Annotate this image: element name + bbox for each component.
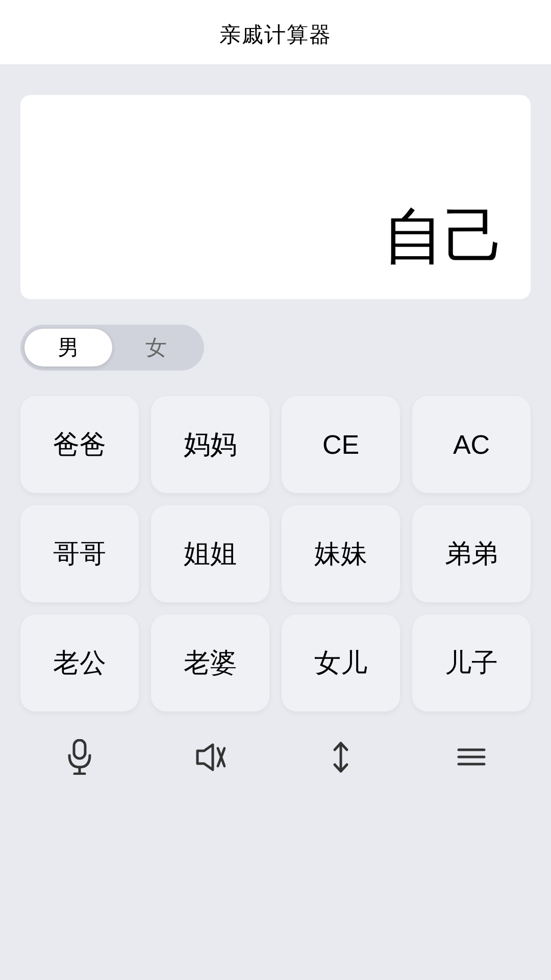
key-laogong[interactable]: 老公 — [20, 615, 139, 712]
menu-icon — [456, 746, 487, 769]
key-gege[interactable]: 哥哥 — [20, 505, 139, 602]
main-content: 自己 男 女 爸爸 妈妈 CE AC 哥哥 姐姐 妹妹 — [0, 64, 551, 805]
key-jiejie[interactable]: 姐姐 — [151, 505, 269, 602]
swap-icon — [330, 741, 352, 774]
key-didi[interactable]: 弟弟 — [412, 505, 531, 602]
key-mama[interactable]: 妈妈 — [151, 396, 269, 493]
app-title: 亲戚计算器 — [219, 22, 332, 46]
menu-button[interactable] — [412, 724, 531, 790]
swap-button[interactable] — [282, 724, 400, 790]
key-ac[interactable]: AC — [412, 396, 531, 493]
key-meimei[interactable]: 妹妹 — [282, 505, 400, 602]
gender-male-button[interactable]: 男 — [24, 329, 112, 366]
svg-rect-0 — [74, 740, 85, 758]
key-nver[interactable]: 女儿 — [282, 615, 400, 712]
mute-button[interactable] — [151, 724, 269, 790]
key-baba[interactable]: 爸爸 — [20, 396, 139, 493]
keypad: 爸爸 妈妈 CE AC 哥哥 姐姐 妹妹 弟弟 老公 老婆 — [20, 396, 531, 712]
gender-toggle: 男 女 — [20, 325, 204, 371]
display-area: 自己 — [20, 95, 531, 299]
mic-button[interactable] — [20, 724, 139, 790]
key-ce[interactable]: CE — [282, 396, 400, 493]
key-laopo[interactable]: 老婆 — [151, 615, 269, 712]
display-text: 自己 — [383, 195, 505, 279]
gender-female-button[interactable]: 女 — [112, 329, 200, 366]
key-erzi[interactable]: 儿子 — [412, 615, 531, 712]
bottom-bar — [20, 724, 531, 790]
mic-icon — [67, 739, 92, 775]
mute-icon — [195, 743, 226, 771]
header: 亲戚计算器 — [0, 0, 551, 64]
svg-marker-3 — [197, 745, 213, 770]
